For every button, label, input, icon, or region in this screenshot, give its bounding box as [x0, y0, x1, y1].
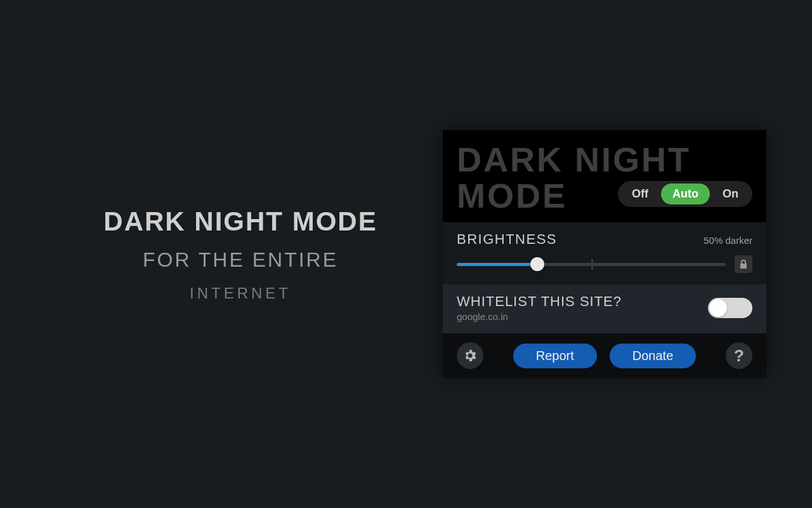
whitelist-site: google.co.in — [457, 311, 622, 322]
promo-subhead-2: INTERNET — [190, 284, 291, 302]
popup-logo-line1: DARK NIGHT — [457, 142, 752, 178]
mode-off-button[interactable]: Off — [620, 184, 660, 204]
promo-text: DARK NIGHT MODE FOR THE ENTIRE INTERNET — [0, 206, 443, 302]
brightness-label: BRIGHTNESS — [457, 231, 557, 248]
brightness-header: BRIGHTNESS 50% darker — [457, 231, 752, 248]
mode-auto-button[interactable]: Auto — [661, 184, 710, 204]
brightness-lock-button[interactable] — [735, 255, 752, 273]
mode-on-button[interactable]: On — [711, 184, 750, 204]
gear-icon — [462, 348, 478, 363]
help-button[interactable]: ? — [726, 342, 752, 369]
brightness-section: BRIGHTNESS 50% darker — [443, 222, 766, 284]
promo-headline: DARK NIGHT MODE — [103, 206, 377, 237]
brightness-value: 50% darker — [704, 235, 752, 246]
popup-header: DARK NIGHT MODE Off Auto On — [443, 130, 766, 222]
whitelist-section: WHITELIST THIS SITE? google.co.in — [443, 284, 766, 333]
help-icon: ? — [734, 346, 744, 366]
settings-button[interactable] — [457, 342, 483, 369]
extension-popup: DARK NIGHT MODE Off Auto On BRIGHTNESS 5… — [443, 130, 766, 378]
brightness-slider[interactable] — [457, 257, 726, 271]
brightness-slider-thumb[interactable] — [530, 257, 544, 271]
popup-footer: Report Donate ? — [443, 333, 766, 378]
whitelist-toggle-knob — [709, 299, 727, 317]
lock-icon — [739, 259, 748, 269]
donate-button[interactable]: Donate — [610, 344, 697, 368]
whitelist-toggle[interactable] — [708, 298, 752, 318]
whitelist-label: WHITELIST THIS SITE? — [457, 293, 622, 310]
report-button[interactable]: Report — [513, 344, 597, 368]
promo-subhead-1: FOR THE ENTIRE — [143, 248, 338, 272]
mode-toggle-group: Off Auto On — [618, 181, 752, 207]
